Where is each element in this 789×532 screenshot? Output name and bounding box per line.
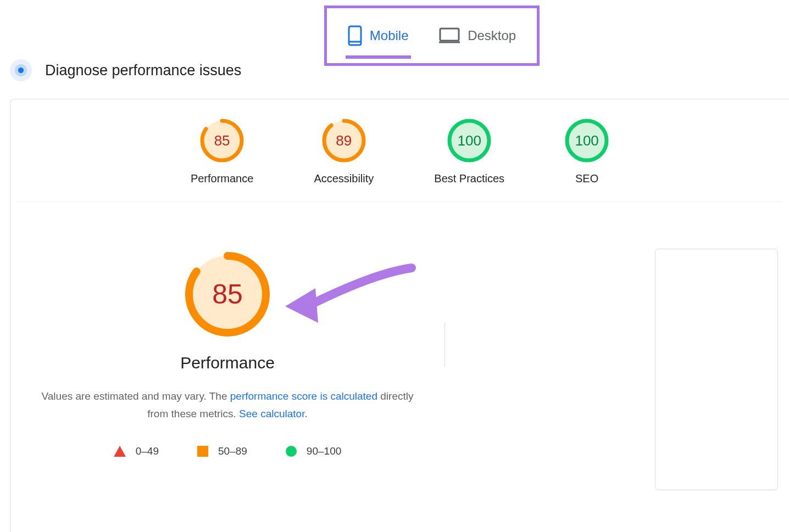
performance-detail-title: Performance <box>10 354 444 372</box>
triangle-icon <box>114 446 126 457</box>
score-performance[interactable]: 85 Performance <box>191 119 254 185</box>
gauge-performance: 85 <box>200 119 244 163</box>
score-bestpractices[interactable]: 100 Best Practices <box>434 119 504 185</box>
tab-desktop[interactable]: Desktop <box>437 22 518 49</box>
score-legend: 0–49 50–89 90–100 <box>10 445 444 457</box>
performance-detail: 85 Performance Values are estimated and … <box>10 251 444 457</box>
score-accessibility[interactable]: 89 Accessibility <box>314 119 374 185</box>
legend-good-label: 90–100 <box>307 445 341 457</box>
desktop-icon <box>439 27 460 44</box>
score-performance-value: 85 <box>200 119 244 163</box>
score-seo[interactable]: 100 SEO <box>565 119 609 185</box>
score-seo-label: SEO <box>575 172 598 185</box>
link-see-calculator[interactable]: See calculator <box>239 408 304 419</box>
section-title: Diagnose performance issues <box>45 62 241 79</box>
score-accessibility-label: Accessibility <box>314 172 374 185</box>
score-seo-value: 100 <box>565 119 609 163</box>
preview-placeholder <box>655 249 778 490</box>
vertical-divider <box>444 323 445 367</box>
square-icon <box>197 446 208 457</box>
desc-text-1: Values are estimated and may vary. The <box>42 390 230 402</box>
gauge-bestpractices: 100 <box>447 119 491 163</box>
legend-good: 90–100 <box>286 445 341 457</box>
section-header: Diagnose performance issues <box>10 59 241 81</box>
legend-average: 50–89 <box>197 445 247 457</box>
gauge-seo: 100 <box>565 119 609 163</box>
desc-text-3: . <box>304 408 307 419</box>
svg-marker-14 <box>285 288 318 323</box>
gauge-icon <box>10 59 32 81</box>
score-accessibility-value: 89 <box>322 119 366 163</box>
gauge-accessibility: 89 <box>322 119 366 163</box>
annotation-arrow-icon <box>274 262 417 339</box>
detail-area: 85 Performance Values are estimated and … <box>10 202 789 457</box>
legend-average-label: 50–89 <box>218 445 247 457</box>
device-tabs-container: Mobile Desktop <box>324 5 540 66</box>
tab-active-underline <box>346 55 411 59</box>
tab-mobile-label: Mobile <box>370 28 409 43</box>
circle-icon <box>286 446 297 457</box>
tab-desktop-label: Desktop <box>468 28 516 43</box>
tab-mobile[interactable]: Mobile <box>346 20 411 52</box>
score-bestpractices-value: 100 <box>447 119 491 163</box>
score-performance-label: Performance <box>191 172 254 185</box>
link-score-calculated[interactable]: performance score is calculated <box>230 390 377 402</box>
gauge-performance-large: 85 <box>185 251 270 337</box>
performance-detail-description: Values are estimated and may vary. The p… <box>10 388 444 423</box>
mobile-icon <box>348 25 362 46</box>
svg-rect-2 <box>440 29 459 41</box>
legend-poor-label: 0–49 <box>136 445 159 457</box>
performance-detail-value: 85 <box>185 251 270 337</box>
legend-poor: 0–49 <box>114 445 159 457</box>
results-panel: 85 Performance 89 Accessibility 100 <box>10 99 789 532</box>
score-bestpractices-label: Best Practices <box>434 172 504 185</box>
score-summary-row: 85 Performance 89 Accessibility 100 <box>17 99 782 202</box>
